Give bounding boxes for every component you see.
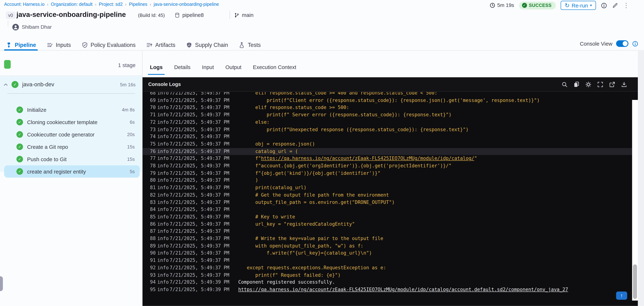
execution-duration: 5m 19s bbox=[490, 3, 514, 8]
tab-policy-evaluations[interactable]: Policy Evaluations bbox=[82, 39, 136, 50]
settings-icon[interactable] bbox=[585, 81, 591, 87]
step-row-cloning-cookiecutter-template[interactable]: ✓Cloning cookiecutter template6s bbox=[4, 116, 140, 128]
log-timestamp: 7/21/2025, 5:49:37 PM bbox=[170, 133, 230, 141]
log-line: 77info7/21/2025, 5:49:37 PM f"https://qa… bbox=[142, 155, 632, 162]
log-level: info bbox=[157, 221, 169, 228]
console-scrollbar[interactable] bbox=[632, 100, 638, 300]
log-line: 71info7/21/2025, 5:49:37 PM print(f" Ser… bbox=[142, 111, 632, 119]
log-level: info bbox=[157, 184, 169, 191]
log-tab-input[interactable]: Input bbox=[202, 60, 214, 75]
stage-row-java-onb-dev[interactable]: ✓ java-onb-dev 5m 16s bbox=[0, 76, 142, 93]
harness-pipeline-execution-page: Account: Harness.io›Organization: defaul… bbox=[0, 0, 644, 306]
scroll-to-bottom-button[interactable]: ↑ bbox=[616, 291, 627, 300]
console-view-toggle[interactable] bbox=[616, 40, 628, 47]
breadcrumb-link[interactable]: java-service-onboarding-pipeline bbox=[154, 2, 219, 7]
sidebar-drag-handle[interactable] bbox=[0, 276, 3, 291]
log-text: print(f" Request failed: {e}") bbox=[238, 272, 340, 279]
log-level: info bbox=[157, 111, 169, 119]
step-row-create-a-git-repo[interactable]: ✓Create a Git repo15s bbox=[4, 141, 140, 153]
tab-label: Inputs bbox=[56, 42, 71, 48]
breadcrumb-link[interactable]: Organization: default bbox=[51, 2, 92, 7]
pipeline-ref-chip[interactable]: pipeline8 bbox=[174, 12, 204, 18]
log-timestamp: 7/21/2025, 5:49:37 PM bbox=[170, 242, 230, 250]
stage-status-square[interactable] bbox=[4, 60, 11, 69]
tab-inputs[interactable]: Inputs bbox=[47, 39, 71, 50]
step-row-cookiecutter-code-generator[interactable]: ✓Cookiecutter code generator20s bbox=[4, 128, 140, 141]
log-timestamp: 7/21/2025, 5:49:37 PM bbox=[170, 235, 230, 242]
log-scroll-area[interactable]: 68info7/21/2025, 5:49:37 PM elif respons… bbox=[142, 92, 632, 306]
tab-pipeline[interactable]: Pipeline bbox=[6, 39, 36, 50]
divider bbox=[8, 21, 8, 26]
log-link[interactable]: https://qa.harness.io/ng/account/zEaak-F… bbox=[238, 286, 568, 292]
inputs-icon bbox=[47, 42, 53, 48]
edit-pencil-icon[interactable] bbox=[612, 2, 618, 8]
breadcrumb-link[interactable]: Pipelines bbox=[129, 2, 148, 7]
log-timestamp: 7/21/2025, 5:49:37 PM bbox=[170, 141, 230, 148]
scrollbar-thumb[interactable] bbox=[633, 264, 637, 299]
log-timestamp: 7/21/2025, 5:49:37 PM bbox=[170, 206, 230, 213]
search-icon[interactable] bbox=[562, 81, 568, 87]
log-tab-execution-context[interactable]: Execution Context bbox=[253, 60, 296, 75]
refresh-icon: ↻ bbox=[565, 2, 570, 9]
log-line: 84info7/21/2025, 5:49:37 PM bbox=[142, 206, 632, 213]
log-level: info bbox=[157, 170, 169, 177]
log-line-number: 89 bbox=[148, 242, 156, 250]
tab-label: Artifacts bbox=[155, 42, 175, 48]
log-tab-output[interactable]: Output bbox=[226, 60, 242, 75]
clock-icon bbox=[490, 3, 495, 8]
console-view-label: Console View bbox=[580, 41, 612, 47]
log-tab-logs[interactable]: Logs bbox=[150, 60, 163, 75]
log-text: https://qa.harness.io/ng/account/zEaak-F… bbox=[238, 286, 568, 293]
branch-chip[interactable]: main bbox=[234, 12, 254, 18]
step-duration-label: 6s bbox=[130, 120, 135, 124]
log-timestamp: 7/21/2025, 5:49:37 PM bbox=[170, 221, 230, 228]
console-logs-title: Console Logs bbox=[148, 81, 181, 87]
log-line-number: 74 bbox=[148, 133, 156, 141]
log-text: with open(output_file_path, "w") as f: bbox=[238, 242, 363, 250]
log-timestamp: 7/21/2025, 5:49:37 PM bbox=[170, 177, 230, 184]
step-duration-label: 4m 8s bbox=[122, 107, 135, 112]
success-check-icon: ✓ bbox=[522, 3, 527, 8]
avatar bbox=[12, 24, 19, 30]
step-name-label: create and register entity bbox=[27, 168, 86, 175]
log-timestamp: 7/21/2025, 5:49:37 PM bbox=[170, 250, 230, 257]
more-options-icon[interactable]: ⋮ bbox=[623, 2, 629, 9]
tab-supply-chain[interactable]: Supply Chain bbox=[186, 39, 228, 50]
breadcrumb-separator: › bbox=[47, 2, 48, 6]
log-level: info bbox=[157, 228, 169, 235]
log-line: 86info7/21/2025, 5:49:37 PM url_key = "r… bbox=[142, 221, 632, 228]
console-logs-panel: Console Logs 68info7/21/2025, 5:49:37 PM… bbox=[142, 77, 638, 306]
supply-chain-icon bbox=[186, 42, 192, 48]
log-text: except requests.exceptions.RequestExcept… bbox=[238, 264, 386, 272]
log-panel-tab-bar: LogsDetailsInputOutputExecution Context bbox=[150, 60, 296, 75]
log-line: 87info7/21/2025, 5:49:37 PM bbox=[142, 228, 632, 235]
log-tab-details[interactable]: Details bbox=[174, 60, 190, 75]
log-timestamp: 7/21/2025, 5:49:37 PM bbox=[170, 111, 230, 119]
log-line-number: 83 bbox=[148, 199, 156, 206]
console-view-info-icon[interactable] bbox=[632, 41, 638, 47]
copy-icon[interactable] bbox=[574, 81, 580, 87]
step-row-initialize[interactable]: ✓Initialize4m 8s bbox=[4, 104, 140, 116]
log-line: 88info7/21/2025, 5:49:37 PM # Write the … bbox=[142, 235, 632, 242]
log-link[interactable]: https://qa.harness.io/ng/account/zEaak-F… bbox=[261, 156, 474, 161]
success-check-icon: ✓ bbox=[16, 131, 23, 138]
log-line-number: 71 bbox=[148, 111, 156, 119]
fullscreen-icon[interactable] bbox=[597, 81, 603, 87]
download-icon[interactable] bbox=[621, 81, 627, 87]
step-row-create-and-register-entity[interactable]: ✓create and register entity5s bbox=[4, 165, 140, 178]
breadcrumb-link[interactable]: Project: sd2 bbox=[99, 2, 123, 7]
log-text: print(f"Client error ({response.status_c… bbox=[238, 97, 540, 104]
step-row-push-code-to-git[interactable]: ✓Push code to Git15s bbox=[4, 153, 140, 165]
open-in-new-icon[interactable] bbox=[609, 81, 615, 87]
info-icon[interactable] bbox=[601, 2, 607, 8]
tests-icon bbox=[239, 42, 245, 48]
chevron-up-icon[interactable] bbox=[3, 82, 8, 87]
log-line-number: 84 bbox=[148, 206, 156, 213]
tab-label: Pipeline bbox=[15, 42, 36, 48]
tab-tests[interactable]: Tests bbox=[239, 39, 261, 50]
policy-icon bbox=[82, 42, 88, 48]
log-line-number: 69 bbox=[148, 97, 156, 104]
tab-artifacts[interactable]: Artifacts bbox=[146, 39, 175, 50]
breadcrumb-link[interactable]: Account: Harness.io bbox=[4, 2, 45, 7]
rerun-button[interactable]: ↻ Re-run ▾ bbox=[561, 1, 596, 10]
